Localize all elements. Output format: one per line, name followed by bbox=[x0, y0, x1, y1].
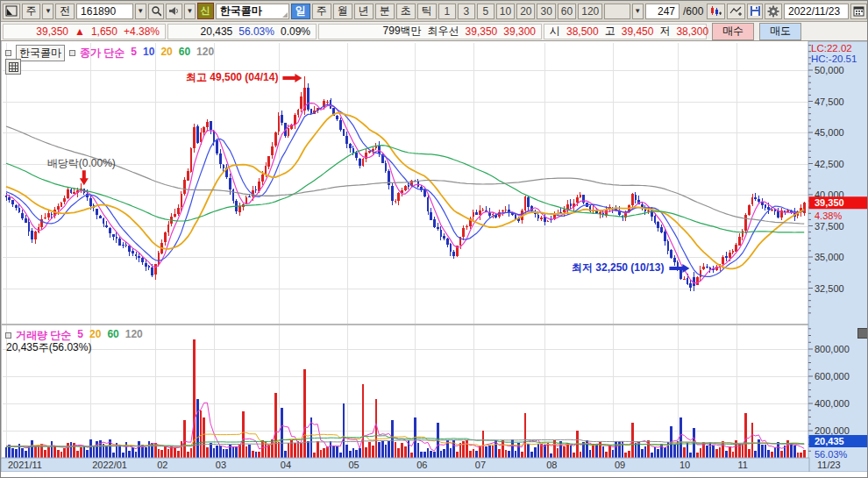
stock-name-input[interactable]: 한국콜마 bbox=[216, 4, 289, 19]
custom-interval-dropdown[interactable]: ▼ bbox=[632, 4, 644, 19]
prev-stock-button[interactable]: 전 bbox=[55, 4, 75, 19]
resize-grip-icon[interactable] bbox=[282, 12, 288, 18]
period-selector-button[interactable]: 주 bbox=[22, 4, 41, 19]
stock-search-button[interactable] bbox=[148, 4, 165, 19]
candle-indicator-icon bbox=[709, 5, 722, 18]
interval-button-3[interactable]: 3 bbox=[458, 4, 475, 19]
best-label: 최우선 bbox=[428, 24, 459, 39]
volume-value: 20,435 bbox=[201, 25, 233, 38]
legend-ma-60: 60 bbox=[179, 46, 190, 61]
add-indicator-button[interactable] bbox=[707, 4, 725, 19]
sound-alert-button[interactable] bbox=[166, 4, 182, 19]
best-ask: 39,350 bbox=[466, 25, 498, 38]
timeframe-tab-분[interactable]: 분 bbox=[375, 4, 395, 19]
high-label: 고 bbox=[605, 24, 615, 39]
grid-icon bbox=[9, 62, 18, 72]
timeframe-tab-년[interactable]: 년 bbox=[354, 4, 374, 19]
calendar-button[interactable] bbox=[850, 4, 867, 19]
candle-max-label: /600 bbox=[681, 5, 705, 18]
interval-button-5[interactable]: 5 bbox=[477, 4, 494, 19]
svg-text:400,000: 400,000 bbox=[815, 398, 850, 409]
legend-title: 종가 단순 bbox=[80, 46, 125, 61]
lc-label: LC:22.02 bbox=[811, 43, 852, 54]
volume-pane-menu-icon[interactable] bbox=[857, 328, 868, 339]
x-tick-07: 07 bbox=[475, 460, 486, 470]
svg-text:20,435: 20,435 bbox=[815, 436, 844, 446]
x-tick-11: 11 bbox=[738, 460, 748, 470]
custom-interval-select[interactable] bbox=[604, 4, 630, 19]
low-value: 38,300 bbox=[676, 25, 708, 38]
volume-ratio: 56.03% bbox=[238, 25, 274, 38]
candle-count-input[interactable]: 247 bbox=[645, 4, 679, 19]
interval-button-10[interactable]: 10 bbox=[496, 4, 515, 19]
x-tick-04: 04 bbox=[281, 460, 291, 470]
chart-grid-menu-button[interactable] bbox=[5, 59, 21, 75]
stock-code-dropdown[interactable]: ▼ bbox=[135, 4, 146, 19]
svg-text:32,500: 32,500 bbox=[815, 283, 844, 294]
svg-text:50,000: 50,000 bbox=[815, 65, 844, 75]
x-tick-08: 08 bbox=[546, 460, 557, 470]
volume-group: 20,435 56.03% 0.09% bbox=[167, 24, 317, 39]
x-tick-05: 05 bbox=[349, 460, 359, 470]
stock-name-chip[interactable]: 한국콜마 bbox=[16, 45, 65, 61]
x-tick-2022/01: 2022/01 bbox=[92, 460, 127, 470]
dock-window-button[interactable] bbox=[3, 4, 20, 19]
svg-text:4.38%: 4.38% bbox=[815, 210, 842, 221]
buy-button[interactable]: 매수 bbox=[712, 23, 754, 40]
svg-text:200,000: 200,000 bbox=[815, 425, 850, 436]
x-tick-02: 02 bbox=[157, 460, 167, 470]
chart-canvas[interactable]: 50,00047,50045,00042,50040,00037,50035,0… bbox=[1, 41, 868, 478]
open-label: 시 bbox=[550, 24, 560, 39]
svg-text:35,000: 35,000 bbox=[815, 252, 844, 262]
timeframe-tab-주[interactable]: 주 bbox=[312, 4, 331, 19]
legend-ma-120: 120 bbox=[196, 46, 214, 61]
svg-text:600,000: 600,000 bbox=[815, 371, 850, 382]
period-selector-dropdown[interactable]: ▼ bbox=[42, 4, 53, 19]
add-trendline-button[interactable] bbox=[727, 4, 745, 19]
price-change: 1,650 bbox=[91, 25, 117, 38]
svg-text:37,500: 37,500 bbox=[815, 221, 844, 232]
best-quote-group: 799백만 최우선 39,350 39,300 bbox=[318, 24, 542, 39]
x-tick-03: 03 bbox=[216, 460, 226, 470]
svg-text:800,000: 800,000 bbox=[815, 344, 850, 354]
interval-button-120[interactable]: 120 bbox=[578, 4, 602, 19]
price-pane-legend: 한국콜마 종가 단순5102060120 bbox=[5, 45, 214, 61]
calendar-icon bbox=[853, 5, 864, 17]
stock-name-text: 한국콜마 bbox=[220, 4, 262, 18]
volume-readout: 20,435주(56.03%) bbox=[6, 340, 91, 355]
timeframe-tab-일[interactable]: 일 bbox=[291, 4, 310, 19]
timeframe-tab-틱[interactable]: 틱 bbox=[417, 4, 437, 19]
x-tick-09: 09 bbox=[615, 460, 625, 470]
date-input[interactable]: 2022/11/23 bbox=[784, 4, 849, 19]
legend-square-icon[interactable] bbox=[69, 50, 75, 56]
quote-bar: 39,350 ▲ 1,650 +4.38% 20,435 56.03% 0.09… bbox=[1, 22, 868, 41]
save-icon bbox=[750, 5, 761, 17]
low-label: 저 bbox=[659, 24, 670, 39]
legend-square-icon[interactable] bbox=[5, 50, 11, 56]
hc-label: HC:-20.51 bbox=[811, 54, 857, 64]
interval-button-30[interactable]: 30 bbox=[537, 4, 555, 19]
dock-window-icon bbox=[5, 5, 18, 17]
chart-settings-button[interactable] bbox=[765, 4, 782, 19]
trade-value: 799백만 bbox=[383, 24, 422, 39]
save-chart-button[interactable] bbox=[747, 4, 764, 19]
timeframe-tab-초[interactable]: 초 bbox=[396, 4, 416, 19]
sound-alert-dropdown[interactable]: ▼ bbox=[184, 4, 196, 19]
speaker-icon bbox=[168, 5, 180, 17]
svg-text:39,350: 39,350 bbox=[815, 197, 844, 208]
svg-text:42,500: 42,500 bbox=[815, 159, 844, 169]
trendline-icon bbox=[729, 5, 743, 18]
price-ma-legend: 종가 단순5102060120 bbox=[80, 46, 214, 61]
svg-text:47,500: 47,500 bbox=[815, 96, 844, 107]
legend-ma-20: 20 bbox=[160, 46, 172, 61]
sell-button[interactable]: 매도 bbox=[759, 23, 801, 40]
interval-button-60[interactable]: 60 bbox=[558, 4, 576, 19]
timeframe-tab-월[interactable]: 월 bbox=[333, 4, 352, 19]
main-toolbar: 주 ▼ 전 161890 ▼ ▼ 신 한국콜마 일주월년분초틱 13510203… bbox=[1, 1, 868, 22]
stock-code-input[interactable]: 161890 bbox=[76, 4, 133, 19]
interval-button-1[interactable]: 1 bbox=[438, 4, 456, 19]
interval-button-20[interactable]: 20 bbox=[516, 4, 535, 19]
open-value: 38,500 bbox=[566, 25, 599, 38]
legend-square-icon[interactable] bbox=[5, 332, 11, 339]
legend-ma-120: 120 bbox=[125, 328, 143, 343]
